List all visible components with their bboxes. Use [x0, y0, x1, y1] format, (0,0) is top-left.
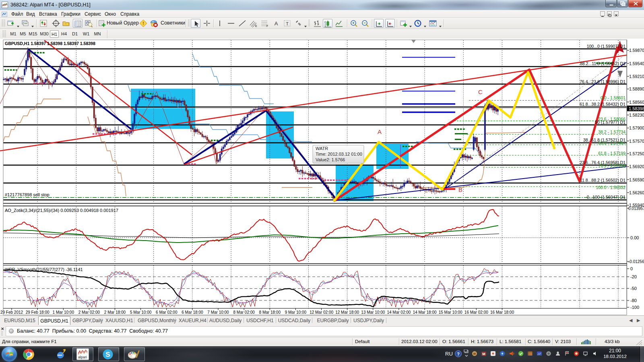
svg-text:1.56920: 1.56920 [629, 164, 644, 169]
svg-text:#1217767898 sell stop: #1217767898 sell stop [5, 192, 50, 197]
svg-text:100...0 (1.59907) D1: 100...0 (1.59907) D1 [587, 44, 625, 49]
svg-text:61.8...38.2 (1.58432) D1: 61.8...38.2 (1.58432) D1 [580, 102, 625, 107]
svg-text:14 Mar 18:00: 14 Mar 18:00 [413, 310, 437, 315]
svg-text:GBPUSD,H1 1.58397 1.58398 1.5: GBPUSD,H1 1.58397 1.58398 1.58397 1.5839… [5, 41, 95, 46]
svg-text:29 Feb 2012: 29 Feb 2012 [0, 310, 23, 315]
svg-text:-100: -100 [630, 305, 639, 310]
svg-text:F: F [266, 25, 268, 27]
svg-text:1 Mar 10:00: 1 Mar 10:00 [53, 310, 74, 315]
svg-text:2 Mar 18:00: 2 Mar 18:00 [104, 310, 126, 315]
svg-text:1.56260: 1.56260 [629, 190, 644, 195]
svg-text:12 Mar 02:00: 12 Mar 02:00 [310, 310, 333, 315]
svg-text:38.2 - 1.57734: 38.2 - 1.57734 [598, 130, 625, 134]
svg-text:5 Mar 10:00: 5 Mar 10:00 [130, 310, 152, 315]
svg-text:88.2...11.8 (1.59452) D1: 88.2...11.8 (1.59452) D1 [580, 61, 625, 66]
svg-text:A: A [275, 21, 278, 27]
svg-text:1.57250: 1.57250 [629, 151, 644, 156]
svg-text:1.59540: 1.59540 [629, 61, 644, 66]
svg-text:8 Mar 02:00: 8 Mar 02:00 [233, 310, 255, 315]
svg-text:7 Mar 10:00: 7 Mar 10:00 [207, 310, 229, 315]
svg-text:-20: -20 [630, 274, 637, 279]
svg-text:9 Mar 10:00: 9 Mar 10:00 [285, 310, 307, 315]
svg-text:E: E [255, 25, 257, 27]
svg-text:16 Mar 18:00: 16 Mar 18:00 [490, 310, 514, 315]
svg-text:WPR_VSmooth(21|55|77|277) -36.: WPR_VSmooth(21|55|77|277) -36.1141 [5, 267, 83, 272]
svg-text:6 Mar 02:00: 6 Mar 02:00 [156, 310, 178, 315]
svg-text:14 Mar 02:00: 14 Mar 02:00 [387, 310, 411, 315]
svg-text:?: ? [457, 352, 460, 356]
svg-text:12 Mar 18:00: 12 Mar 18:00 [335, 310, 359, 315]
svg-text:1.58398: 1.58398 [629, 106, 644, 111]
svg-text:13 Mar 10:00: 13 Mar 10:00 [361, 310, 385, 315]
svg-text:100.0 - 1.56332: 100.0 - 1.56332 [596, 185, 625, 190]
svg-text:Time: 2012.03.12 01:00: Time: 2012.03.12 01:00 [316, 152, 362, 156]
svg-text:C: C [478, 88, 483, 95]
svg-text:T: T [286, 21, 289, 26]
svg-text:1.57900: 1.57900 [629, 125, 644, 130]
svg-text:alpari: alpari [78, 355, 87, 359]
svg-text:S: S [105, 351, 110, 358]
svg-text:1.58230: 1.58230 [629, 113, 644, 117]
svg-text:0.00: 0.00 [630, 235, 639, 240]
svg-text:23.6 - 1.58066: 23.6 - 1.58066 [598, 117, 625, 121]
svg-text:-80: -80 [630, 298, 637, 303]
svg-text:1.58890: 1.58890 [629, 86, 644, 91]
svg-text:1.59210: 1.59210 [629, 74, 644, 79]
svg-text:AO_Zotik(3,34)/(21,55)/(34) 0.: AO_Zotik(3,34)/(21,55)/(34) 0.009253 0.0… [5, 208, 118, 213]
svg-text:50.0 - 1.57467: 50.0 - 1.57467 [598, 140, 625, 145]
svg-text:1.55940: 1.55940 [629, 203, 644, 208]
svg-text:61.8 - 1.57199: 61.8 - 1.57199 [598, 151, 625, 156]
svg-text:1.58560: 1.58560 [629, 100, 644, 105]
svg-text:2 Mar 02:00: 2 Mar 02:00 [78, 310, 100, 315]
svg-text:1.56590: 1.56590 [629, 177, 644, 182]
svg-text:1.59870: 1.59870 [629, 48, 644, 53]
svg-text:0...100 (1.56047) D1: 0...100 (1.56047) D1 [587, 195, 625, 200]
svg-text:1.57570: 1.57570 [629, 139, 644, 144]
svg-text:M: M [482, 352, 485, 356]
svg-text:0: 0 [630, 266, 633, 271]
svg-text:0.0 - 1.58601: 0.0 - 1.58601 [601, 95, 625, 100]
svg-text:Value2: 1.5766: Value2: 1.5766 [316, 157, 345, 162]
svg-text:76.4 - 1.56958: 76.4 - 1.56958 [598, 163, 625, 168]
svg-text:16 Mar 02:00: 16 Mar 02:00 [464, 310, 488, 315]
svg-text:76.4...23.6 (1.58996) D1: 76.4...23.6 (1.58996) D1 [580, 79, 625, 84]
svg-text:B: B [458, 186, 462, 193]
svg-text:-0.01256: -0.01256 [628, 259, 644, 264]
svg-text:15 Mar 10:00: 15 Mar 10:00 [439, 310, 462, 315]
svg-text:-50: -50 [630, 286, 637, 291]
svg-text:29 Feb 18:00: 29 Feb 18:00 [26, 310, 50, 315]
svg-text:6 Mar 18:00: 6 Mar 18:00 [182, 310, 203, 315]
svg-text:WATR: WATR [316, 146, 328, 151]
svg-text:!: ! [142, 21, 144, 26]
svg-text:A: A [378, 128, 382, 135]
svg-text:8 Mar 18:00: 8 Mar 18:00 [259, 310, 281, 315]
svg-text:11.8...88.2 (1.56502) D1: 11.8...88.2 (1.56502) D1 [580, 178, 625, 183]
